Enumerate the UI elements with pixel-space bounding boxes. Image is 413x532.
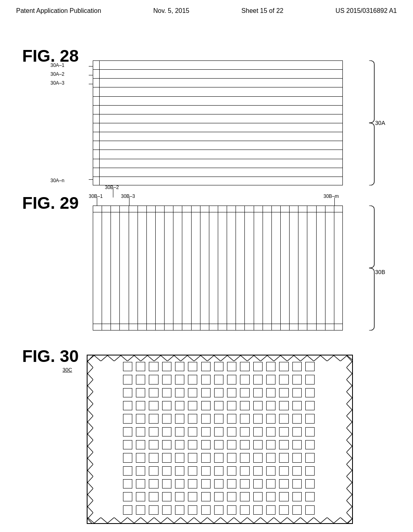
- grid-cell-2-11: [266, 388, 275, 397]
- grid-cell-1-9: [240, 375, 249, 384]
- grid-cell-11-4: [175, 505, 184, 515]
- grid-cell-9-1: [136, 479, 145, 488]
- grid-cell-1-0: [123, 375, 132, 384]
- grid-cell-7-1: [136, 453, 145, 462]
- grid-cell-4-4: [175, 414, 184, 423]
- grid-cell-8-6: [201, 466, 211, 476]
- col2-line: [113, 189, 113, 197]
- fig29-col-25: [317, 206, 325, 330]
- grid-cell-4-13: [292, 414, 302, 423]
- grid-cell-11-9: [240, 505, 249, 515]
- grid-cell-11-10: [253, 505, 263, 515]
- grid-cell-0-0: [123, 362, 132, 371]
- grid-cell-0-9: [240, 362, 249, 371]
- fig29-col-11: [192, 206, 200, 330]
- grid-cell-7-0: [123, 453, 132, 462]
- row3-line: [89, 84, 93, 84]
- fig29-col-1: [102, 206, 111, 330]
- fig28-row-label-2: 30A–2: [50, 71, 65, 77]
- fig28-row-13: [93, 177, 342, 185]
- fig29-brace: [367, 206, 375, 330]
- grid-cell-10-1: [136, 492, 145, 501]
- grid-cell-4-2: [149, 414, 158, 423]
- grid-cell-5-4: [175, 427, 184, 436]
- grid-cell-2-10: [253, 388, 263, 397]
- fig29-col-16: [236, 206, 245, 330]
- grid-cell-3-8: [227, 401, 236, 410]
- grid-cell-2-4: [175, 388, 184, 397]
- grid-cell-1-4: [175, 375, 184, 384]
- fig28-diagram: 30A–1 30A–2 30A–3 30A–n 30A: [93, 60, 355, 185]
- fig29-col-21: [281, 206, 290, 330]
- grid-cell-6-3: [162, 440, 171, 449]
- grid-cell-10-9: [240, 492, 249, 501]
- grid-cell-0-2: [149, 362, 158, 371]
- grid-cell-0-4: [175, 362, 184, 371]
- fig29-label: FIG. 29: [22, 193, 79, 213]
- grid-cell-4-3: [162, 414, 171, 423]
- fig29-col-27: [334, 206, 343, 330]
- fig29-col-label-2: 30B–2: [105, 185, 119, 190]
- fig28-row-5: [93, 106, 342, 114]
- grid-cell-0-10: [253, 362, 263, 371]
- row2-line: [89, 75, 93, 75]
- grid-cell-4-6: [201, 414, 211, 423]
- grid-cell-6-12: [279, 440, 288, 449]
- grid-cell-5-1: [136, 427, 145, 436]
- grid-cell-10-7: [214, 492, 223, 501]
- grid-cell-5-2: [149, 427, 158, 436]
- grid-cell-0-14: [305, 362, 315, 371]
- grid-cell-5-0: [123, 427, 132, 436]
- grid-cell-9-10: [253, 479, 263, 488]
- grid-cell-11-13: [292, 505, 302, 515]
- header: Patent Application Publication Nov. 5, 2…: [0, 0, 413, 15]
- grid-cell-11-0: [123, 505, 132, 515]
- grid-cell-5-10: [253, 427, 263, 436]
- grid-cell-7-2: [149, 453, 158, 462]
- fig29-col-label-1: 30B–1: [89, 193, 103, 199]
- grid-cell-8-10: [253, 466, 263, 476]
- grid-cell-8-12: [279, 466, 288, 476]
- grid-cell-0-11: [266, 362, 275, 371]
- fig29-col-2: [111, 206, 120, 330]
- grid-cell-3-13: [292, 401, 302, 410]
- grid-cell-11-3: [162, 505, 171, 515]
- rown-line: [89, 179, 93, 180]
- grid-cell-11-2: [149, 505, 158, 515]
- grid-cell-6-10: [253, 440, 263, 449]
- grid-cell-11-8: [227, 505, 236, 515]
- grid-cell-1-11: [266, 375, 275, 384]
- grid-cell-8-5: [188, 466, 197, 476]
- grid-cell-4-11: [266, 414, 275, 423]
- fig28-brace-label: 30A: [375, 120, 385, 126]
- grid-cell-0-1: [136, 362, 145, 371]
- grid-cell-1-3: [162, 375, 171, 384]
- grid-cell-2-1: [136, 388, 145, 397]
- grid-cell-11-14: [305, 505, 315, 515]
- grid-cell-6-5: [188, 440, 197, 449]
- fig28-row-12: [93, 168, 342, 177]
- fig30-grid-container: [87, 355, 353, 524]
- fig29-col-23: [298, 206, 307, 330]
- fig29-diagram: 30B–1 30B–2 30B–3 30B–m 30B: [93, 206, 355, 339]
- grid-cell-5-7: [214, 427, 223, 436]
- grid-cell-6-8: [227, 440, 236, 449]
- fig28-row-4: [93, 97, 342, 106]
- header-publication: Patent Application Publication: [16, 7, 101, 15]
- grid-cell-7-9: [240, 453, 249, 462]
- grid-cell-9-9: [240, 479, 249, 488]
- grid-cell-4-5: [188, 414, 197, 423]
- grid-cell-8-14: [305, 466, 315, 476]
- grid-cell-6-2: [149, 440, 158, 449]
- grid-cell-0-7: [214, 362, 223, 371]
- grid-cell-6-7: [214, 440, 223, 449]
- grid-cell-5-3: [162, 427, 171, 436]
- grid-cell-6-1: [136, 440, 145, 449]
- grid-cell-3-12: [279, 401, 288, 410]
- grid-cell-10-10: [253, 492, 263, 501]
- fig29-col-4: [129, 206, 138, 330]
- grid-cell-10-4: [175, 492, 184, 501]
- grid-cell-8-2: [149, 466, 158, 476]
- grid-cell-0-8: [227, 362, 236, 371]
- grid-cell-9-14: [305, 479, 315, 488]
